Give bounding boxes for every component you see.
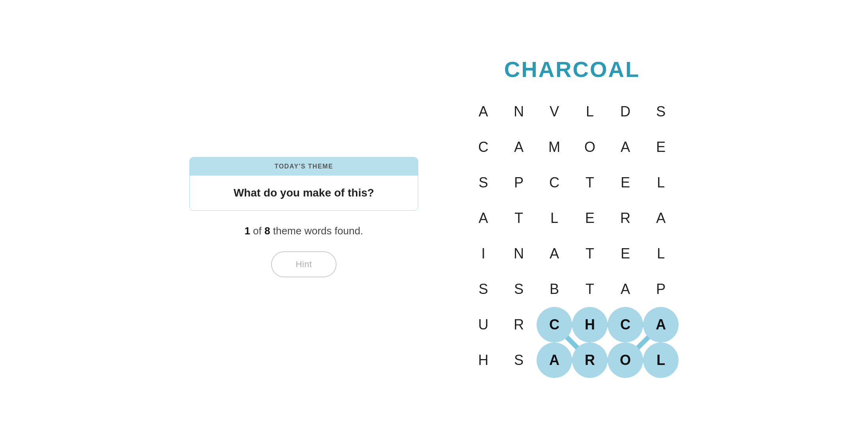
grid-cell[interactable]: L [643, 165, 679, 200]
hint-button[interactable]: Hint [271, 251, 336, 277]
grid-cell[interactable]: O [608, 342, 643, 378]
grid-cell[interactable]: B [537, 271, 572, 307]
grid-cell[interactable]: T [501, 200, 537, 236]
grid-cell[interactable]: N [501, 94, 537, 129]
grid-cell[interactable]: N [501, 236, 537, 271]
grid-cell[interactable]: C [608, 307, 643, 342]
progress-text: 1 of 8 theme words found. [245, 225, 363, 237]
grid-cell[interactable]: T [572, 165, 608, 200]
grid-cell[interactable]: H [466, 342, 501, 378]
grid-cell[interactable]: A [537, 342, 572, 378]
main-container: TODAY'S THEME What do you make of this? … [0, 0, 868, 434]
grid-cell[interactable]: R [608, 200, 643, 236]
grid-cell[interactable]: O [572, 129, 608, 165]
grid-cell[interactable]: A [643, 307, 679, 342]
grid-cell[interactable]: I [466, 236, 501, 271]
grid-cell[interactable]: A [466, 200, 501, 236]
grid-cell[interactable]: P [643, 271, 679, 307]
grid-container: ANVLDSCAMOAESPCTELATLERAINATELSSBTAPURCH… [466, 94, 679, 378]
grid-cell[interactable]: T [572, 236, 608, 271]
found-count: 1 [245, 225, 250, 237]
grid-cell[interactable]: C [537, 165, 572, 200]
grid-cell[interactable]: L [643, 236, 679, 271]
theme-body: What do you make of this? [190, 176, 418, 210]
grid-cell[interactable]: D [608, 94, 643, 129]
grid-cell[interactable]: A [608, 129, 643, 165]
grid-cell[interactable]: S [466, 165, 501, 200]
puzzle-title: CHARCOAL [504, 56, 640, 82]
right-panel: CHARCOAL ANVLDSCAMOAESPCTELATLERAINATELS… [466, 56, 679, 378]
grid-cell[interactable]: M [537, 129, 572, 165]
letter-grid: ANVLDSCAMOAESPCTELATLERAINATELSSBTAPURCH… [466, 94, 679, 378]
grid-cell[interactable]: R [501, 307, 537, 342]
grid-cell[interactable]: S [643, 94, 679, 129]
grid-cell[interactable]: P [501, 165, 537, 200]
grid-cell[interactable]: T [572, 271, 608, 307]
grid-cell[interactable]: L [572, 94, 608, 129]
grid-cell[interactable]: E [643, 129, 679, 165]
grid-cell[interactable]: H [572, 307, 608, 342]
grid-cell[interactable]: A [643, 200, 679, 236]
grid-cell[interactable]: C [466, 129, 501, 165]
theme-box: TODAY'S THEME What do you make of this? [189, 157, 418, 211]
grid-cell[interactable]: A [537, 236, 572, 271]
grid-cell[interactable]: C [537, 307, 572, 342]
grid-cell[interactable]: E [608, 165, 643, 200]
grid-cell[interactable]: S [501, 271, 537, 307]
grid-cell[interactable]: L [537, 200, 572, 236]
grid-cell[interactable]: U [466, 307, 501, 342]
grid-cell[interactable]: E [608, 236, 643, 271]
theme-header: TODAY'S THEME [190, 157, 418, 176]
grid-cell[interactable]: A [501, 129, 537, 165]
grid-cell[interactable]: A [466, 94, 501, 129]
grid-cell[interactable]: V [537, 94, 572, 129]
grid-cell[interactable]: S [501, 342, 537, 378]
grid-cell[interactable]: A [608, 271, 643, 307]
left-panel: TODAY'S THEME What do you make of this? … [189, 157, 418, 277]
total-count: 8 [264, 225, 270, 237]
grid-cell[interactable]: S [466, 271, 501, 307]
grid-cell[interactable]: L [643, 342, 679, 378]
grid-cell[interactable]: E [572, 200, 608, 236]
grid-cell[interactable]: R [572, 342, 608, 378]
